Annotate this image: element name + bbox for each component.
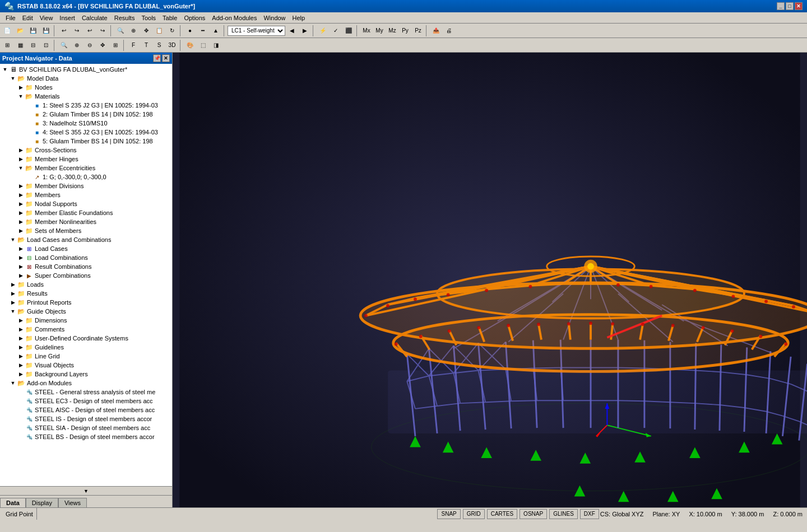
- tree-bg-layers[interactable]: ▶ Background Layers: [0, 370, 172, 379]
- tb2-shade[interactable]: ◨: [210, 39, 222, 52]
- tb2-front[interactable]: F: [127, 39, 140, 52]
- tb-disp3[interactable]: Mz: [386, 25, 398, 37]
- cartes-button[interactable]: CARTES: [487, 509, 517, 519]
- expand-visual[interactable]: ▶: [17, 361, 25, 369]
- tb-print[interactable]: 🖨: [443, 25, 455, 37]
- expand-rc[interactable]: ▶: [17, 263, 25, 270]
- tree-printout[interactable]: ▶ Printout Reports: [0, 298, 172, 307]
- tree-member-elastic[interactable]: ▶ Member Elastic Foundations: [0, 208, 172, 217]
- tb-select[interactable]: ⊕: [127, 25, 140, 37]
- tree-dimensions[interactable]: ▶ Dimensions: [0, 316, 172, 325]
- expand-members[interactable]: ▶: [17, 191, 25, 199]
- grid-button[interactable]: GRID: [463, 509, 485, 519]
- menu-tools[interactable]: Tools: [138, 13, 159, 22]
- expand-loads[interactable]: ▶: [9, 281, 17, 288]
- tb2-3d[interactable]: 3D: [166, 39, 178, 52]
- tb-save2[interactable]: 💾: [40, 25, 52, 37]
- tb2-zoom-out[interactable]: ⊖: [84, 39, 96, 52]
- tree-steel-aisc[interactable]: 🔩 STEEL AISC - Design of steel members a…: [0, 405, 172, 414]
- tree-steel-bs[interactable]: 🔩 STEEL BS - Design of steel members acc…: [0, 432, 172, 441]
- menu-table[interactable]: Table: [159, 13, 180, 22]
- tb-export[interactable]: 📤: [430, 25, 442, 37]
- tb-search[interactable]: 🔍: [114, 25, 127, 37]
- menu-file[interactable]: File: [2, 13, 19, 22]
- expand-sets[interactable]: ▶: [17, 227, 25, 235]
- menu-edit[interactable]: Edit: [19, 13, 36, 22]
- expand-root[interactable]: ▼: [1, 66, 9, 73]
- tb-redo[interactable]: ↪: [71, 25, 83, 37]
- tree-mat5[interactable]: ■ 5: Glulam Timber BS 14 | DIN 1052: 198: [0, 137, 172, 146]
- tb-disp2[interactable]: My: [373, 25, 386, 37]
- tb2-view2[interactable]: ▦: [14, 39, 26, 52]
- expand-line-grid[interactable]: ▶: [17, 352, 25, 360]
- tb2-pan[interactable]: ✥: [96, 39, 109, 52]
- tb-check[interactable]: ✓: [330, 25, 342, 37]
- expand-ecc[interactable]: ▼: [17, 164, 25, 172]
- tree-members[interactable]: ▶ Members: [0, 190, 172, 199]
- tb2-view4[interactable]: ⊡: [40, 39, 52, 52]
- menu-help[interactable]: Help: [289, 13, 309, 22]
- tb-prev-lc[interactable]: ◀: [286, 25, 298, 37]
- expand-sc[interactable]: ▶: [17, 272, 25, 279]
- tree-user-coord[interactable]: ▶ User-Defined Coordinate Systems: [0, 334, 172, 343]
- tb-undo2[interactable]: ↩: [84, 25, 96, 37]
- glines-button[interactable]: GLINES: [549, 509, 578, 519]
- expand-lcc[interactable]: ▼: [9, 236, 17, 244]
- tb-disp5[interactable]: Pz: [412, 25, 424, 37]
- tb2-fit[interactable]: ⊞: [109, 39, 122, 52]
- tree-nodal-supports[interactable]: ▶ Nodal Supports: [0, 199, 172, 208]
- tb2-render[interactable]: 🎨: [184, 39, 196, 52]
- expand-bg[interactable]: ▶: [17, 370, 25, 378]
- tree-member-ecc[interactable]: ▼ Member Eccentricities: [0, 164, 172, 172]
- tb-undo[interactable]: ↩: [58, 25, 70, 37]
- tree-cross-sections[interactable]: ▶ Cross-Sections: [0, 146, 172, 155]
- tree-addon[interactable]: ▼ Add-on Modules: [0, 379, 172, 388]
- expand-lc[interactable]: ▶: [17, 245, 25, 253]
- tree-visual-obj[interactable]: ▶ Visual Objects: [0, 361, 172, 370]
- expand-nodes[interactable]: ▶: [17, 83, 25, 91]
- tree-load-comb[interactable]: ▶ ⊟ Load Combinations: [0, 253, 172, 262]
- tb2-view1[interactable]: ⊞: [1, 39, 13, 52]
- minimize-button[interactable]: _: [777, 2, 785, 10]
- tb2-zoom[interactable]: 🔍: [58, 39, 70, 52]
- expand-model-data[interactable]: ▼: [9, 74, 17, 82]
- dxf-button[interactable]: DXF: [580, 509, 599, 519]
- tree-sets-members[interactable]: ▶ Sets of Members: [0, 226, 172, 235]
- tree-load-cases-comb[interactable]: ▼ Load Cases and Combinations: [0, 235, 172, 244]
- tb-save[interactable]: 💾: [27, 25, 39, 37]
- tree-member-div[interactable]: ▶ Member Divisions: [0, 181, 172, 190]
- expand-div[interactable]: ▶: [17, 182, 25, 190]
- tb-open[interactable]: 📂: [14, 25, 26, 37]
- tb-next-lc[interactable]: ▶: [299, 25, 311, 37]
- tb-disp4[interactable]: Py: [399, 25, 411, 37]
- tree-ecc1[interactable]: ↗ 1: G; 0,-300,0; 0,-300,0: [0, 172, 172, 181]
- menu-insert[interactable]: Insert: [56, 13, 78, 22]
- tb-support[interactable]: ▲: [210, 25, 222, 37]
- expand-guide[interactable]: ▼: [9, 307, 17, 315]
- tree-steel-is[interactable]: 🔩 STEEL IS - Design of steel members acc…: [0, 414, 172, 423]
- tree-model-data[interactable]: ▼ Model Data: [0, 74, 172, 83]
- tb-stop[interactable]: ⬛: [342, 25, 355, 37]
- expand-hinges[interactable]: ▶: [17, 155, 25, 163]
- expand-nonlin[interactable]: ▶: [17, 218, 25, 226]
- tb2-side[interactable]: S: [153, 39, 165, 52]
- tb-node[interactable]: ●: [184, 25, 196, 37]
- maximize-button[interactable]: □: [786, 2, 794, 10]
- tb2-top[interactable]: T: [140, 39, 152, 52]
- snap-button[interactable]: SNAP: [437, 509, 460, 519]
- tree-steel-gen[interactable]: 🔩 STEEL - General stress analysis of ste…: [0, 388, 172, 396]
- tree-mat3[interactable]: ■ 3: Nadelholz S10/MS10: [0, 119, 172, 128]
- load-case-selector[interactable]: LC1 - Self-weight: [228, 26, 285, 36]
- expand-results[interactable]: ▶: [9, 290, 17, 297]
- tree-steel-ec3[interactable]: 🔩 STEEL EC3 - Design of steel members ac…: [0, 396, 172, 405]
- expand-materials[interactable]: ▼: [17, 92, 25, 100]
- tb-move[interactable]: ✥: [140, 25, 152, 37]
- tree-root[interactable]: ▼ 🖥 BV SCHILLING FA DLUBAL_vonGuter*: [0, 65, 172, 74]
- tree-steel-sia[interactable]: 🔩 STEEL SIA - Design of steel members ac…: [0, 423, 172, 432]
- tree-load-cases[interactable]: ▶ ⊞ Load Cases: [0, 244, 172, 253]
- tree-line-grid[interactable]: ▶ Line Grid: [0, 352, 172, 361]
- tab-data[interactable]: Data: [0, 498, 26, 507]
- expand-elastic[interactable]: ▶: [17, 209, 25, 217]
- tb-calc[interactable]: ⚡: [317, 25, 329, 37]
- expand-comments[interactable]: ▶: [17, 325, 25, 333]
